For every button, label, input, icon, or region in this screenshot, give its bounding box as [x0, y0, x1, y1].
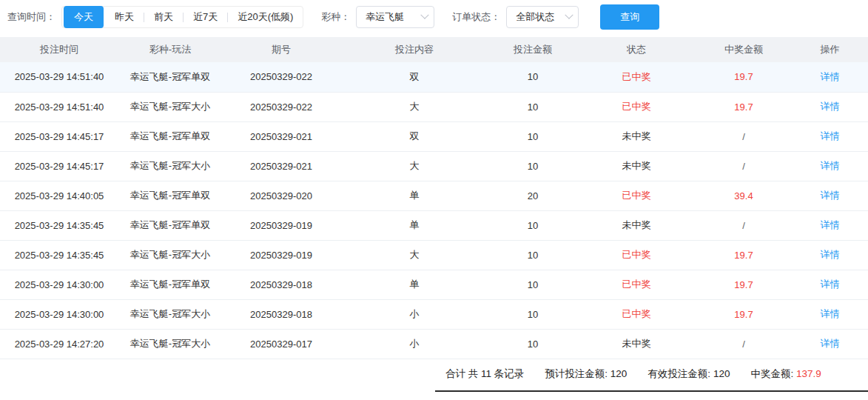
- cell-issue: 20250329-022: [222, 92, 340, 121]
- prize-total: 中奖金额: 137.9: [750, 367, 821, 381]
- cell-issue: 20250329-018: [222, 270, 340, 299]
- cell-bet-time: 2025-03-29 14:51:40: [0, 62, 118, 92]
- cell-bet-content: 双: [340, 121, 488, 151]
- cell-status: 已中奖: [577, 299, 696, 329]
- cell-lottery-play: 幸运飞艇-冠军大小: [118, 329, 222, 359]
- cell-prize-amount: /: [696, 151, 792, 181]
- detail-link[interactable]: 详情: [821, 101, 840, 112]
- cell-lottery-play: 幸运飞艇-冠军单双: [118, 270, 222, 299]
- search-button[interactable]: 查询: [600, 4, 659, 30]
- cell-bet-content: 双: [340, 62, 488, 92]
- cell-lottery-play: 幸运飞艇-冠军单双: [118, 210, 222, 240]
- cell-action: 详情: [792, 210, 868, 240]
- cell-issue: 20250329-022: [222, 62, 340, 92]
- cell-issue: 20250329-019: [222, 210, 340, 240]
- detail-link[interactable]: 详情: [821, 249, 840, 260]
- detail-link[interactable]: 详情: [821, 338, 840, 349]
- cell-bet-amount: 20: [488, 181, 577, 210]
- filter-bar: 查询时间： 今天昨天前天近7天近20天(低频) 彩种： 幸运飞艇 订单状态： 全…: [0, 0, 868, 34]
- cell-bet-amount: 10: [488, 210, 577, 240]
- time-option-4[interactable]: 近20天(低频): [228, 6, 303, 28]
- cell-bet-content: 单: [340, 181, 488, 210]
- table-row: 2025-03-29 14:51:40 幸运飞艇-冠军单双 20250329-0…: [0, 62, 868, 92]
- cell-bet-content: 单: [340, 210, 488, 240]
- table-row: 2025-03-29 14:30:00 幸运飞艇-冠军大小 20250329-0…: [0, 299, 868, 329]
- col-status: 状态: [577, 37, 696, 62]
- cell-bet-content: 单: [340, 270, 488, 299]
- cell-status: 未中奖: [577, 121, 696, 151]
- cell-status: 未中奖: [577, 151, 696, 181]
- cell-bet-content: 小: [340, 299, 488, 329]
- time-option-2[interactable]: 前天: [144, 6, 183, 28]
- cell-bet-time: 2025-03-29 14:40:05: [0, 181, 118, 210]
- cell-bet-time: 2025-03-29 14:35:45: [0, 240, 118, 270]
- cell-issue: 20250329-017: [222, 329, 340, 359]
- col-action: 操作: [792, 37, 868, 62]
- cell-bet-content: 小: [340, 329, 488, 359]
- cell-action: 详情: [792, 62, 868, 92]
- table-row: 2025-03-29 14:45:17 幸运飞艇-冠军单双 20250329-0…: [0, 121, 868, 151]
- detail-link[interactable]: 详情: [821, 279, 840, 290]
- detail-link[interactable]: 详情: [821, 190, 840, 201]
- cell-prize-amount: 19.7: [696, 240, 792, 270]
- cell-prize-amount: /: [696, 210, 792, 240]
- valid-bet-total: 有效投注金额: 120: [647, 367, 730, 381]
- cell-bet-time: 2025-03-29 14:35:45: [0, 210, 118, 240]
- cell-prize-amount: 19.7: [696, 270, 792, 299]
- query-time-label: 查询时间：: [7, 10, 55, 24]
- cell-lottery-play: 幸运飞艇-冠军大小: [118, 92, 222, 121]
- cell-bet-content: 大: [340, 151, 488, 181]
- cell-action: 详情: [792, 181, 868, 210]
- cell-bet-amount: 10: [488, 329, 577, 359]
- cell-bet-amount: 10: [488, 121, 577, 151]
- chevron-down-icon: [565, 11, 573, 19]
- table-row: 2025-03-29 14:35:45 幸运飞艇-冠军大小 20250329-0…: [0, 240, 868, 270]
- cell-prize-amount: 19.7: [696, 62, 792, 92]
- time-option-0[interactable]: 今天: [64, 6, 104, 28]
- table-row: 2025-03-29 14:40:05 幸运飞艇-冠军单双 20250329-0…: [0, 181, 868, 210]
- table-row: 2025-03-29 14:35:45 幸运飞艇-冠军单双 20250329-0…: [0, 210, 868, 240]
- time-option-3[interactable]: 近7天: [184, 6, 227, 28]
- detail-link[interactable]: 详情: [821, 160, 840, 171]
- lottery-type-select[interactable]: 幸运飞艇: [356, 6, 434, 28]
- cell-lottery-play: 幸运飞艇-冠军单双: [118, 62, 222, 92]
- cell-prize-amount: /: [696, 121, 792, 151]
- cell-action: 详情: [792, 329, 868, 359]
- footer-wrap: 合计 共 11 条记录 预计投注金额: 120 有效投注金额: 120 中奖金额…: [0, 359, 868, 392]
- cell-bet-time: 2025-03-29 14:30:00: [0, 299, 118, 329]
- detail-link[interactable]: 详情: [821, 71, 840, 82]
- cell-prize-amount: 19.7: [696, 299, 792, 329]
- order-status-value: 全部状态: [516, 10, 554, 24]
- detail-link[interactable]: 详情: [821, 130, 840, 141]
- cell-status: 已中奖: [577, 92, 696, 121]
- cell-bet-amount: 10: [488, 62, 577, 92]
- time-option-1[interactable]: 昨天: [105, 6, 144, 28]
- cell-bet-time: 2025-03-29 14:45:17: [0, 121, 118, 151]
- cell-status: 未中奖: [577, 329, 696, 359]
- cell-prize-amount: 39.4: [696, 181, 792, 210]
- lottery-type-value: 幸运飞艇: [366, 10, 404, 24]
- cell-bet-amount: 10: [488, 92, 577, 121]
- cell-bet-time: 2025-03-29 14:45:17: [0, 151, 118, 181]
- summary-footer: 合计 共 11 条记录 预计投注金额: 120 有效投注金额: 120 中奖金额…: [435, 359, 868, 392]
- detail-link[interactable]: 详情: [821, 219, 840, 230]
- cell-action: 详情: [792, 92, 868, 121]
- cell-issue: 20250329-021: [222, 121, 340, 151]
- col-bet-amount: 投注金额: [488, 37, 577, 62]
- chevron-down-icon: [421, 11, 429, 19]
- cell-lottery-play: 幸运飞艇-冠军大小: [118, 240, 222, 270]
- col-bet-content: 投注内容: [340, 37, 488, 62]
- col-bet-time: 投注时间: [0, 37, 118, 62]
- cell-issue: 20250329-021: [222, 151, 340, 181]
- cell-bet-amount: 10: [488, 270, 577, 299]
- order-status-select[interactable]: 全部状态: [506, 6, 579, 28]
- cell-issue: 20250329-018: [222, 299, 340, 329]
- lottery-type-label: 彩种：: [321, 10, 350, 24]
- col-lottery-play: 彩种-玩法: [118, 37, 222, 62]
- cell-bet-amount: 10: [488, 299, 577, 329]
- cell-action: 详情: [792, 270, 868, 299]
- table-row: 2025-03-29 14:27:20 幸运飞艇-冠军大小 20250329-0…: [0, 329, 868, 359]
- cell-issue: 20250329-020: [222, 181, 340, 210]
- detail-link[interactable]: 详情: [821, 308, 840, 319]
- cell-bet-content: 大: [340, 92, 488, 121]
